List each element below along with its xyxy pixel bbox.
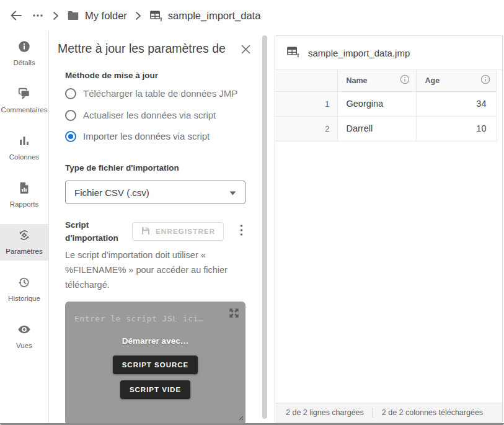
chevron-right-icon	[53, 11, 59, 20]
sidebar-item-label: Détails	[13, 59, 35, 67]
report-icon	[17, 181, 31, 197]
breadcrumb-folder[interactable]: My folder	[85, 10, 127, 22]
sidebar-item-label: Historique	[8, 295, 40, 303]
cell-age: 10	[416, 116, 497, 141]
info-circle-icon[interactable]	[400, 74, 410, 86]
dialog-title: Mettre à jour les paramètres de	[58, 42, 226, 56]
radio-label: Télécharger la table de données JMP	[83, 87, 237, 100]
radio-label: Importer les données via script	[83, 130, 210, 143]
sidebar-item-details[interactable]: Détails	[0, 35, 48, 72]
sidebar-item-comments[interactable]: Commentaires	[0, 83, 48, 119]
sidebar-item-label: Rapports	[10, 200, 39, 208]
data-table: Name Age	[275, 70, 497, 141]
column-label: Age	[425, 76, 440, 85]
script-empty-button[interactable]: SCRIPT VIDE	[120, 380, 190, 399]
sidebar-item-history[interactable]: Historique	[0, 271, 48, 308]
sync-settings-icon	[17, 228, 31, 244]
chevron-down-icon	[229, 187, 236, 198]
status-divider	[373, 408, 373, 418]
import-script-row: Script d'importation ENREGISTRER	[65, 218, 245, 244]
rows-loaded-status: 2 de 2 lignes chargées	[286, 408, 364, 417]
sidebar-item-reports[interactable]: Rapports	[0, 177, 48, 213]
radio-upload-jmp-table[interactable]: Télécharger la table de données JMP	[65, 87, 245, 100]
close-icon[interactable]	[241, 44, 251, 57]
sidebar-item-columns[interactable]: Colonnes	[0, 130, 48, 166]
import-script-label: Script d'importation	[65, 218, 125, 244]
column-header-age[interactable]: Age	[416, 70, 497, 91]
radio-import-via-script[interactable]: Importer les données via script	[65, 130, 245, 143]
app-window: My folder sample_import_data Détails Com…	[0, 0, 504, 425]
update-settings-panel: Mettre à jour les paramètres de Méthode …	[50, 31, 268, 423]
cell-age: 34	[416, 91, 497, 116]
comments-icon	[17, 87, 31, 103]
jsl-script-editor[interactable]: Entrer le script JSL ici… Démarrer avec……	[65, 302, 245, 425]
columns-loaded-status: 2 de 2 colonnes téléchargées	[382, 408, 483, 417]
top-navigation-bar: My folder sample_import_data	[0, 0, 504, 31]
kebab-menu-icon[interactable]	[237, 223, 245, 240]
panel-scrollbar[interactable]	[262, 35, 267, 419]
column-header-name[interactable]: Name	[337, 70, 416, 91]
save-button-label: ENREGISTRER	[156, 228, 215, 235]
import-table-icon	[149, 9, 163, 23]
back-arrow-icon[interactable]	[9, 9, 23, 22]
table-row[interactable]: 1 Georgina 34	[275, 91, 497, 116]
sidebar-item-label: Vues	[16, 342, 32, 350]
chevron-right-icon	[135, 11, 141, 20]
editor-placeholder: Entrer le script JSL ici…	[74, 314, 203, 323]
breadcrumb-table[interactable]: sample_import_data	[168, 10, 261, 22]
table-status-bar: 2 de 2 lignes chargées 2 de 2 colonnes t…	[275, 403, 502, 422]
radio-label: Actualiser les données via script	[83, 109, 216, 122]
import-table-icon	[286, 45, 300, 61]
folder-icon	[66, 9, 80, 22]
dialog-body: Méthode de mise à jour Télécharger la ta…	[50, 71, 268, 425]
more-actions-icon[interactable]	[32, 9, 44, 22]
expand-icon[interactable]	[228, 307, 240, 321]
row-number: 2	[275, 116, 337, 141]
save-script-button[interactable]: ENREGISTRER	[132, 222, 224, 241]
cell-name: Georgina	[337, 91, 416, 116]
data-table-card: sample_import_data.jmp Name	[275, 35, 503, 423]
radio-icon	[65, 88, 76, 99]
sidebar-item-label: Paramètres	[6, 248, 42, 256]
radio-refresh-via-script[interactable]: Actualiser les données via script	[65, 109, 245, 122]
table-row[interactable]: 2 Darrell 10	[275, 116, 497, 141]
editor-start-overlay: Démarrer avec… SCRIPT SOURCE SCRIPT VIDE	[65, 336, 245, 399]
info-icon	[17, 40, 31, 56]
sidebar-item-label: Commentaires	[1, 106, 48, 114]
file-type-value: Fichier CSV (.csv)	[74, 187, 229, 198]
sidebar-item-label: Colonnes	[9, 153, 40, 161]
table-header-row: Name Age	[275, 70, 497, 91]
dialog-header: Mettre à jour les paramètres de	[50, 31, 268, 57]
start-with-label: Démarrer avec…	[65, 336, 245, 346]
sidebar-item-settings[interactable]: Paramètres	[0, 224, 48, 261]
file-type-select[interactable]: Fichier CSV (.csv)	[65, 181, 245, 204]
update-method-label: Méthode de mise à jour	[65, 71, 245, 80]
data-table-title: sample_import_data.jmp	[308, 48, 410, 58]
history-icon	[17, 275, 31, 292]
row-number-header	[275, 70, 337, 91]
info-circle-icon[interactable]	[480, 74, 490, 86]
eye-icon	[17, 323, 31, 339]
script-helper-text: Le script d'importation doit utiliser « …	[65, 248, 245, 292]
sidebar-item-views[interactable]: Vues	[0, 318, 48, 355]
radio-icon	[65, 131, 76, 142]
script-source-button[interactable]: SCRIPT SOURCE	[113, 356, 198, 374]
radio-icon	[65, 110, 76, 121]
column-label: Name	[347, 76, 368, 85]
save-icon	[141, 226, 151, 238]
columns-icon	[17, 134, 31, 150]
left-sidebar: Détails Commentaires Colonnes Rapports P	[0, 31, 49, 423]
file-type-label: Type de fichier d'importation	[65, 163, 245, 172]
resize-handle[interactable]	[237, 412, 244, 423]
data-table-header: sample_import_data.jmp	[275, 36, 502, 70]
cell-name: Darrell	[337, 116, 416, 141]
row-number: 1	[275, 91, 337, 116]
